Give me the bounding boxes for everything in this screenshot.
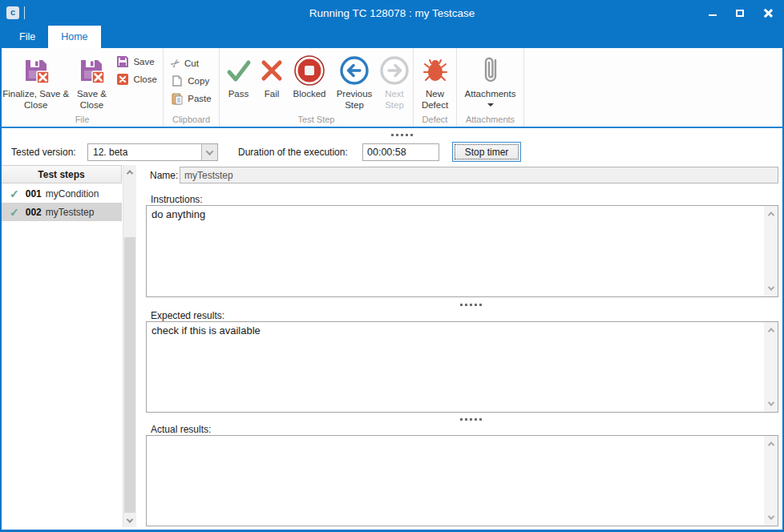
name-label: Name: [150, 170, 178, 181]
ribbon-group-test-step: Pass Fail [220, 48, 414, 127]
close-ribbon-button[interactable]: Close [116, 73, 163, 86]
ribbon-group-defect: New Defect Defect [414, 48, 457, 127]
duration-label: Duration of the execution: [238, 147, 348, 158]
blocked-button[interactable]: Blocked [287, 52, 332, 111]
instructions-textarea[interactable]: do anything [147, 206, 764, 296]
close-icon [763, 9, 772, 18]
chevron-up-icon [127, 170, 133, 176]
paste-button[interactable]: Paste [171, 92, 211, 105]
attachments-button[interactable]: Attachments [459, 52, 523, 107]
minimize-icon [709, 14, 717, 16]
test-steps-header: Test steps [2, 165, 122, 183]
save-close-button[interactable]: Save & Close [70, 52, 113, 111]
scroll-up-button[interactable] [764, 208, 778, 220]
expected-results-scrollbar[interactable] [764, 322, 778, 412]
group-label-clipboard: Clipboard [164, 115, 219, 124]
dropdown-arrow-icon [487, 103, 494, 107]
grip-dots-icon [460, 304, 463, 306]
maximize-icon [736, 10, 744, 17]
tested-version-value: 12. beta [88, 144, 201, 160]
finalize-save-close-button[interactable]: Finalize, Save & Close [2, 52, 70, 111]
arrow-right-circle-icon [379, 54, 410, 87]
arrow-left-circle-icon [339, 54, 370, 87]
ribbon-tab-row: File Home [0, 26, 784, 48]
red-x-icon [259, 54, 285, 87]
expected-results-label: Expected results: [151, 310, 224, 321]
scissors-icon: ✂ [168, 55, 184, 71]
chevron-down-icon [767, 513, 774, 519]
step-detail-panel: Name: Instructions: do anything Expected… [142, 165, 780, 527]
actual-results-scrollbar[interactable] [764, 436, 778, 526]
scroll-down-button[interactable] [764, 282, 778, 295]
copy-icon [171, 75, 184, 87]
bug-icon [422, 54, 449, 87]
minimize-button[interactable] [702, 4, 723, 22]
scroll-up-button[interactable] [123, 165, 136, 179]
tested-version-label: Tested version: [11, 147, 76, 158]
stop-timer-button[interactable]: Stop timer [452, 142, 521, 162]
chevron-up-icon [767, 212, 774, 218]
window-controls [702, 0, 778, 26]
app-window: c Running TC 128078 : my Testcase File H… [0, 0, 784, 532]
new-defect-button[interactable]: New Defect [415, 52, 455, 111]
fail-button[interactable]: Fail [257, 52, 287, 111]
chevron-down-icon [767, 284, 774, 290]
red-x-icon [116, 73, 129, 86]
name-input[interactable] [180, 167, 778, 183]
stop-circle-icon [293, 54, 325, 87]
paste-icon [171, 92, 184, 105]
floppy-delete-icon [22, 54, 51, 87]
expected-results-textarea[interactable]: check if this is available [147, 322, 764, 412]
tab-home[interactable]: Home [48, 26, 100, 48]
group-label-file: File [2, 115, 163, 124]
tested-version-select[interactable]: 12. beta [87, 143, 218, 161]
scroll-down-button[interactable] [123, 514, 136, 527]
pass-button[interactable]: Pass [220, 52, 257, 111]
actual-results-box [146, 435, 778, 526]
floppy-delete-icon [77, 54, 106, 87]
paperclip-icon [479, 54, 503, 87]
chevron-up-icon [767, 441, 774, 448]
scroll-down-button[interactable] [764, 397, 778, 410]
ribbon-group-file: Finalize, Save & Close Save & Clos [2, 48, 164, 127]
previous-step-button[interactable]: Previous Step [332, 52, 377, 111]
check-icon: ✓ [10, 206, 19, 219]
save-button[interactable]: Save [116, 55, 163, 68]
instructions-label: Instructions: [151, 194, 203, 205]
actual-results-label: Actual results: [151, 424, 211, 435]
window-title: Running TC 128078 : my Testcase [0, 7, 784, 19]
scroll-up-button[interactable] [764, 437, 778, 450]
title-bar: c Running TC 128078 : my Testcase [0, 0, 784, 26]
cut-button[interactable]: ✂ Cut [171, 57, 211, 70]
scroll-up-button[interactable] [764, 324, 778, 337]
combo-dropdown-button[interactable] [201, 144, 217, 160]
duration-input[interactable] [362, 143, 439, 161]
ribbon-splitter[interactable] [2, 129, 782, 140]
floppy-icon [116, 55, 129, 68]
ribbon-group-attachments: Attachments Attachments [457, 48, 524, 127]
close-button[interactable] [757, 4, 778, 22]
actual-results-textarea[interactable] [147, 436, 764, 526]
scroll-down-button[interactable] [764, 511, 778, 524]
ribbon: Finalize, Save & Close Save & Clos [2, 48, 782, 128]
instructions-box: do anything [146, 205, 778, 297]
test-step-row-1[interactable]: ✓ 001 myCondition [2, 184, 122, 203]
group-label-defect: Defect [414, 115, 456, 124]
copy-button[interactable]: Copy [171, 75, 211, 87]
test-steps-scrollbar[interactable] [123, 165, 136, 527]
tab-file[interactable]: File [6, 26, 48, 48]
grip-dots-icon [460, 418, 463, 421]
scrollbar-thumb[interactable] [124, 237, 135, 513]
check-icon: ✓ [10, 187, 19, 200]
chevron-down-icon [127, 516, 133, 522]
expected-results-splitter[interactable] [142, 413, 780, 425]
group-label-attachments: Attachments [457, 115, 523, 124]
maximize-button[interactable] [729, 4, 750, 22]
test-steps-panel: Test steps ✓ 001 myCondition ✓ 002 myTes… [2, 165, 136, 527]
instructions-splitter[interactable] [142, 299, 780, 310]
instructions-scrollbar[interactable] [764, 206, 778, 296]
grip-dots-icon [391, 134, 394, 136]
chevron-up-icon [767, 328, 774, 334]
test-step-row-2[interactable]: ✓ 002 myTeststep [2, 203, 122, 221]
next-step-button: Next Step [377, 52, 412, 111]
